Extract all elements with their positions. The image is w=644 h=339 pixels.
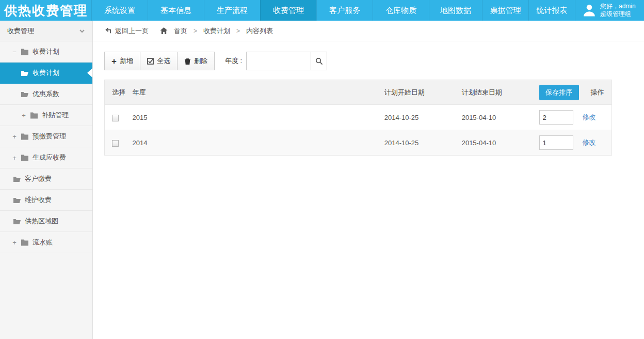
sidebar-item-label: 维护收费 <box>25 195 52 205</box>
cell-start-date: 2014-10-25 <box>378 105 456 130</box>
row-checkbox[interactable] <box>112 140 119 147</box>
folder-icon <box>30 112 38 119</box>
cell-end-date: 2015-04-10 <box>456 105 533 130</box>
chevron-down-icon <box>79 28 85 34</box>
sidebar-item-label: 补贴管理 <box>42 111 69 120</box>
breadcrumb-current: 内容列表 <box>246 26 273 36</box>
open-folder-icon <box>21 69 29 76</box>
nav-item-basic-info[interactable]: 基本信息 <box>148 0 204 21</box>
sidebar-item-customer-payment[interactable]: 客户缴费 <box>0 168 92 190</box>
toolbar: + 新增 全选 删除 年度 : <box>104 52 644 70</box>
sidebar-item-heating-area-map[interactable]: 供热区域图 <box>0 211 92 232</box>
sidebar-item-label: 供热区域图 <box>25 217 58 226</box>
expand-plus-icon[interactable]: + <box>11 154 18 162</box>
sidebar-item-fee-plan[interactable]: 收费计划 <box>0 63 92 84</box>
delete-button[interactable]: 删除 <box>177 52 215 70</box>
nav-item-warehouse[interactable]: 仓库物质 <box>373 0 429 21</box>
open-folder-icon <box>13 218 21 225</box>
cell-year: 2014 <box>126 130 378 156</box>
header-year: 年度 <box>126 80 378 105</box>
breadcrumb: 返回上一页 首页 > 收费计划 > 内容列表 <box>93 21 644 41</box>
row-checkbox[interactable] <box>112 115 119 121</box>
open-folder-icon <box>13 196 21 204</box>
table-row: 2015 2014-10-25 2015-04-10 修改 <box>105 105 612 130</box>
sidebar-item-label: 预缴费管理 <box>33 132 66 141</box>
collapse-minus-icon[interactable]: − <box>11 48 18 56</box>
trash-icon <box>184 58 191 65</box>
active-item-arrow <box>87 68 92 78</box>
user-account-area[interactable]: 您好，admin 超级管理组 <box>575 0 644 21</box>
main-content: 返回上一页 首页 > 收费计划 > 内容列表 + 新增 全选 删除 年度 : <box>93 21 644 156</box>
sidebar-item-discount-coefficient[interactable]: 优惠系数 <box>0 84 92 105</box>
header-end-date: 计划结束日期 <box>456 80 533 105</box>
nav-item-map-data[interactable]: 地图数据 <box>429 0 482 21</box>
sort-order-input[interactable] <box>539 135 573 150</box>
edit-link[interactable]: 修改 <box>583 113 596 121</box>
sidebar-item-label: 流水账 <box>33 238 53 247</box>
main-menu: 系统设置 基本信息 生产流程 收费管理 客户服务 仓库物质 地图数据 票据管理 … <box>91 0 644 21</box>
search-button[interactable] <box>311 52 327 70</box>
fee-plan-table-wrap: 选择 年度 计划开始日期 计划结束日期 保存排序 操作 2015 2014-10… <box>104 80 612 156</box>
cell-start-date: 2014-10-25 <box>378 130 456 156</box>
save-sort-button[interactable]: 保存排序 <box>539 85 579 100</box>
sidebar-item-subsidy-management[interactable]: + 补贴管理 <box>0 105 92 126</box>
select-all-label: 全选 <box>157 56 170 66</box>
select-all-button[interactable]: 全选 <box>140 52 178 70</box>
breadcrumb-home[interactable]: 首页 <box>174 26 187 36</box>
nav-item-production-flow[interactable]: 生产流程 <box>204 0 260 21</box>
sidebar-item-label: 收费计划 <box>33 68 59 78</box>
nav-item-statistics-report[interactable]: 统计报表 <box>528 0 575 21</box>
expand-plus-icon[interactable]: + <box>21 112 27 119</box>
sidebar-item-fee-plan-group[interactable]: − 收费计划 <box>0 41 92 63</box>
nav-item-fee-management[interactable]: 收费管理 <box>260 0 316 21</box>
sidebar-item-label: 优惠系数 <box>33 89 59 99</box>
sidebar-item-maintenance-fee[interactable]: 维护收费 <box>0 190 92 211</box>
top-navigation-bar: 供热收费管理 系统设置 基本信息 生产流程 收费管理 客户服务 仓库物质 地图数… <box>0 0 644 21</box>
user-info: 您好，admin 超级管理组 <box>600 3 636 18</box>
user-avatar-icon <box>583 4 596 17</box>
add-button-label: 新增 <box>120 56 133 66</box>
breadcrumb-separator: > <box>236 27 240 35</box>
home-icon <box>160 27 168 35</box>
folder-icon <box>21 154 29 161</box>
return-arrow-icon <box>104 27 112 35</box>
back-link[interactable]: 返回上一页 <box>104 26 149 36</box>
sidebar-item-prepaid-management[interactable]: + 预缴费管理 <box>0 126 92 147</box>
open-folder-icon <box>13 175 21 182</box>
year-filter-input[interactable] <box>246 52 311 70</box>
header-save-sort: 保存排序 <box>533 80 582 105</box>
app-logo: 供热收费管理 <box>0 0 91 21</box>
year-filter-label: 年度 : <box>225 56 242 66</box>
sidebar-item-generate-receivable[interactable]: + 生成应收费 <box>0 147 92 168</box>
sidebar-header[interactable]: 收费管理 <box>0 21 92 41</box>
sidebar-item-journal[interactable]: + 流水账 <box>0 232 92 253</box>
cell-end-date: 2015-04-10 <box>456 130 533 156</box>
open-folder-icon <box>21 90 29 98</box>
nav-item-customer-service[interactable]: 客户服务 <box>316 0 373 21</box>
nav-item-ticket-management[interactable]: 票据管理 <box>482 0 528 21</box>
header-action: 操作 <box>582 80 612 105</box>
plus-icon: + <box>111 57 117 66</box>
sidebar-item-label: 收费计划 <box>33 47 59 56</box>
checked-box-icon <box>147 58 154 65</box>
breadcrumb-separator: > <box>194 27 197 35</box>
expand-plus-icon[interactable]: + <box>11 239 18 246</box>
folder-icon <box>21 48 29 55</box>
nav-item-system-settings[interactable]: 系统设置 <box>91 0 148 21</box>
sort-order-input[interactable] <box>539 110 573 125</box>
breadcrumb-fee-plan[interactable]: 收费计划 <box>203 26 230 36</box>
folder-icon <box>21 239 29 246</box>
add-button[interactable]: + 新增 <box>104 52 140 70</box>
sidebar-item-label: 生成应收费 <box>33 153 66 162</box>
table-row: 2014 2014-10-25 2015-04-10 修改 <box>105 130 612 156</box>
expand-plus-icon[interactable]: + <box>11 133 18 141</box>
cell-year: 2015 <box>126 105 378 130</box>
edit-link[interactable]: 修改 <box>583 138 596 146</box>
magnifier-icon <box>315 57 323 65</box>
sidebar: 收费管理 − 收费计划 收费计划 优惠系数 + 补贴管理 + 预缴费管理 + 生… <box>0 21 93 339</box>
sidebar-header-label: 收费管理 <box>7 21 34 41</box>
header-select: 选择 <box>105 80 126 105</box>
user-role: 超级管理组 <box>600 10 636 18</box>
fee-plan-table: 选择 年度 计划开始日期 计划结束日期 保存排序 操作 2015 2014-10… <box>104 80 612 156</box>
sidebar-item-label: 客户缴费 <box>25 174 52 183</box>
